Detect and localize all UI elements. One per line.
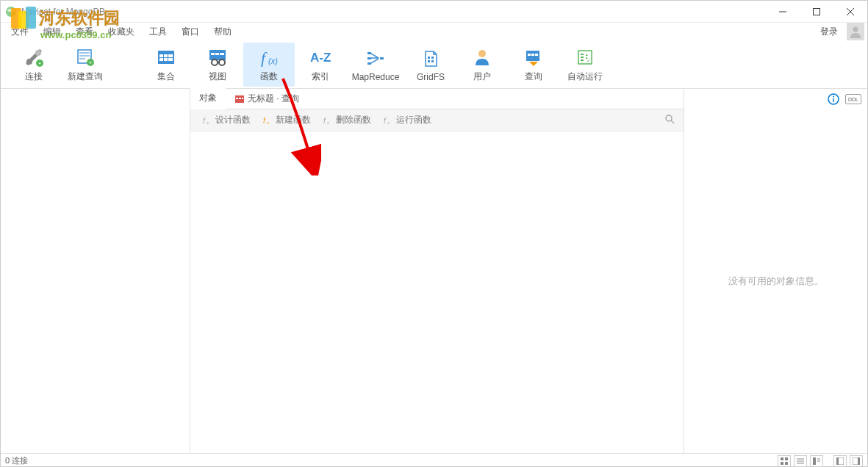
tool-user[interactable]: 用户 [456,43,508,87]
svg-rect-24 [159,58,163,61]
svg-text:x: x [207,120,209,125]
menu-window[interactable]: 窗口 [174,23,207,40]
tool-autorun[interactable]: ✓ 自动运行 [559,43,611,87]
left-sidebar [1,89,190,453]
run-function-button[interactable]: fx 运行函数 [377,112,437,128]
svg-text:x: x [327,120,329,125]
svg-text:f: f [323,117,326,125]
user-icon [472,46,492,69]
function-icon: f(x) [258,46,280,69]
svg-rect-22 [164,54,168,57]
tab-label: 无标题 · 查询 [248,93,299,105]
svg-rect-55 [242,98,243,99]
detail-view-button[interactable] [810,455,823,467]
svg-text:f: f [261,48,268,67]
svg-rect-48 [531,54,534,56]
menu-edit[interactable]: 编辑 [36,23,68,40]
tool-mapreduce[interactable]: MapReduce [346,43,405,87]
status-bar: 0 连接 [1,453,867,467]
center-panel: 对象 无标题 · 查询 fx 设计函数 fx 新建函数 fx 删除函数 fx [190,89,684,453]
svg-rect-53 [236,98,238,99]
list-view-button[interactable] [794,455,807,467]
tool-view[interactable]: 视图 [192,43,243,87]
svg-rect-49 [535,54,538,56]
toolbar: + 连接 + 新建查询 集合 视图 f(x) 函数 A-Z 索引 [1,40,867,89]
svg-rect-76 [813,457,816,465]
view-icon [207,46,228,69]
tool-label: 索引 [312,70,329,83]
fx-run-icon: fx [383,115,393,126]
tool-label: 自动运行 [567,70,603,83]
svg-rect-30 [220,53,224,55]
svg-rect-28 [211,53,215,55]
tool-label: 新建查询 [68,70,103,83]
window-title: Navicat for MongoDB [21,7,766,17]
menu-tools[interactable]: 工具 [142,23,174,40]
func-label: 运行函数 [396,114,431,126]
svg-point-10 [26,59,32,65]
az-icon: A-Z [309,46,332,69]
svg-rect-80 [836,457,839,465]
info-button[interactable] [826,92,841,106]
tool-function[interactable]: f(x) 函数 [243,43,295,87]
fx-icon: fx [202,115,212,126]
tool-collection[interactable]: 集合 [140,43,192,87]
svg-point-11 [35,50,41,56]
svg-rect-47 [528,54,531,56]
user-avatar[interactable] [847,23,864,40]
delete-function-button[interactable]: fx 删除函数 [317,112,377,128]
svg-rect-71 [781,462,783,465]
tool-index[interactable]: A-Z 索引 [295,43,346,87]
svg-rect-41 [428,57,430,59]
maximize-button[interactable] [800,1,833,23]
func-label: 删除函数 [336,114,371,126]
menu-view[interactable]: 查看 [68,23,101,40]
svg-point-31 [212,59,218,65]
menu-file[interactable]: 文件 [4,23,36,40]
title-bar: Navicat for MongoDB [1,1,867,23]
tab-untitled-query[interactable]: 无标题 · 查询 [226,89,308,109]
svg-text:f: f [203,117,206,125]
func-label: 新建函数 [276,114,311,126]
svg-rect-39 [367,62,371,65]
menu-favorites[interactable]: 收藏夹 [101,23,142,40]
ddl-button[interactable]: DDL [845,94,861,104]
svg-rect-29 [215,53,219,55]
svg-rect-72 [785,462,788,465]
tool-label: 函数 [260,70,278,83]
menu-help[interactable]: 帮助 [207,23,239,40]
panel-left-button[interactable] [833,455,847,467]
tool-new-query[interactable]: + 新建查询 [60,43,111,87]
tab-bar: 对象 无标题 · 查询 [190,89,684,109]
design-function-button[interactable]: fx 设计函数 [196,112,257,128]
svg-rect-37 [367,52,371,54]
svg-rect-23 [168,54,173,57]
svg-point-4 [7,9,15,12]
new-function-button[interactable]: fx 新建函数 [257,112,317,128]
menu-bar: 文件 编辑 查看 收藏夹 工具 窗口 帮助 登录 [1,23,867,40]
svg-text:f: f [384,117,387,125]
svg-text:(x): (x) [268,57,278,65]
svg-point-67 [833,96,834,98]
tool-query[interactable]: 查询 [508,43,559,87]
svg-rect-69 [781,457,783,460]
tab-label: 对象 [199,92,217,104]
func-label: 设计函数 [215,114,251,126]
grid-view-button[interactable] [778,455,791,467]
tab-objects[interactable]: 对象 [190,88,226,109]
close-button[interactable] [833,1,867,23]
svg-point-64 [666,115,672,121]
svg-text:x: x [267,120,269,125]
search-icon[interactable] [661,111,678,129]
tool-connect[interactable]: + 连接 [8,43,60,87]
tool-gridfs[interactable]: GridFS [405,43,456,87]
svg-rect-25 [164,58,168,61]
connection-status: 0 连接 [5,455,28,466]
svg-point-45 [478,50,486,57]
fx-plus-icon: fx [262,115,273,126]
tool-label: GridFS [417,72,445,82]
svg-rect-26 [168,58,173,61]
minimize-button[interactable] [766,1,800,23]
panel-right-button[interactable] [850,455,863,467]
login-link[interactable]: 登录 [814,23,844,40]
